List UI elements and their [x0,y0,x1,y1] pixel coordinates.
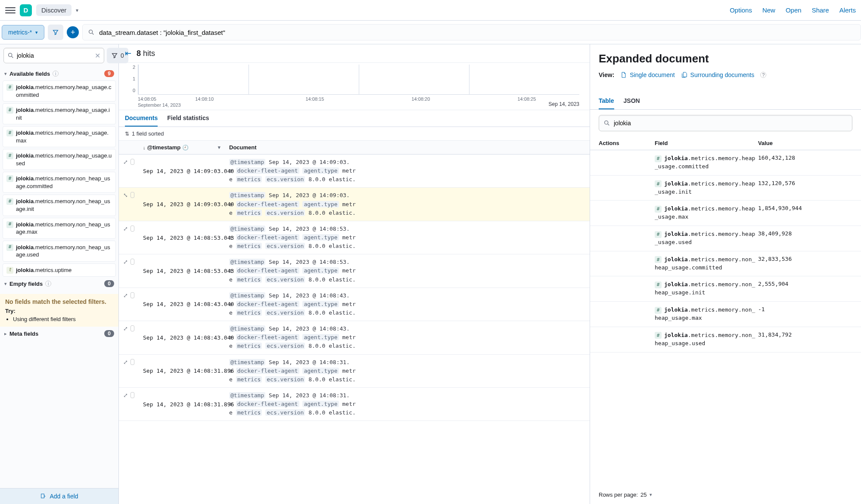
top-link-open[interactable]: Open [786,6,802,14]
table-row[interactable]: ⤢Sep 14, 2023 @ 14:08:53.043@timestamp S… [119,221,590,254]
search-icon [7,52,14,59]
field-name-label: jolokia.metrics.memory.heap_usage.commit… [16,83,112,99]
flyout-field-row[interactable]: #jolokia.metrics.memory.heap_usage.commi… [590,150,861,176]
top-link-new[interactable]: New [762,6,775,14]
available-fields-header[interactable]: ▾ Available fields i 9 [0,67,118,80]
hits-count: 8 [137,49,141,58]
rows-per-page-selector[interactable]: Rows per page: 25 ▾ [590,485,861,504]
cell-field: #jolokia.metrics.memory.heap_usage.used [655,230,758,247]
column-field: Field [655,140,758,146]
number-field-icon: # [6,244,13,251]
field-search-input[interactable] [17,52,92,59]
chart-date-range-label: Sep 14, 2023 [549,101,579,107]
row-checkbox[interactable] [131,159,134,165]
add-field-button[interactable]: Add a field [0,488,118,504]
row-checkbox[interactable] [131,226,134,232]
x-tick: 14:08:05 [138,96,156,102]
cell-value: 2,555,904 [758,281,852,287]
field-item[interactable]: #jolokia.metrics.memory.non_heap_usage.i… [3,195,116,216]
add-filter-button[interactable]: + [67,26,79,38]
field-item[interactable]: #jolokia.metrics.memory.heap_usage.max [3,126,116,147]
field-item[interactable]: #jolokia.metrics.memory.heap_usage.used [3,149,116,170]
hamburger-menu-icon[interactable] [5,5,16,15]
clear-search-icon[interactable]: ✕ [95,52,100,60]
collapse-sidebar-icon[interactable]: ⇤ [125,49,131,58]
table-row[interactable]: ⤢Sep 14, 2023 @ 14:08:31.896@timestamp S… [119,355,590,388]
expand-row-icon[interactable]: ⤢ [123,159,128,165]
column-timestamp[interactable]: ↓ @timestamp 🕘 ▾ [139,141,225,154]
row-checkbox[interactable] [131,192,134,198]
flyout-field-row[interactable]: #jolokia.metrics.memory.heap_usage.max1,… [590,201,861,226]
tab-field-statistics[interactable]: Field statistics [167,110,209,127]
table-row[interactable]: ⤢Sep 14, 2023 @ 14:08:43.040@timestamp S… [119,321,590,354]
row-checkbox[interactable] [131,359,134,365]
info-icon[interactable]: i [53,71,59,77]
expand-row-icon[interactable]: ⤢ [123,292,128,299]
table-row[interactable]: ⤢Sep 14, 2023 @ 14:08:43.040@timestamp S… [119,288,590,321]
cell-value: 31,834,792 [758,331,852,338]
histogram-chart[interactable]: 2 1 0 14:08:05 September 14, 2023 14:08:… [119,63,590,110]
info-icon[interactable]: i [45,281,51,287]
row-checkbox[interactable] [131,325,134,331]
row-checkbox[interactable] [131,392,134,398]
expand-row-icon[interactable]: ⤢ [123,226,128,232]
top-link-options[interactable]: Options [730,6,752,14]
flyout-field-row[interactable]: #jolokia.metrics.memory.non_heap_usage.u… [590,327,861,352]
expand-row-icon[interactable]: ⤢ [123,325,128,332]
query-input[interactable] [99,29,855,36]
table-row[interactable]: ⤢Sep 14, 2023 @ 14:08:53.043@timestamp S… [119,254,590,288]
filter-button[interactable] [48,25,63,40]
field-search-box[interactable]: ✕ [3,48,104,63]
flyout-field-row[interactable]: #jolokia.metrics.memory.non_heap_usage.m… [590,302,861,327]
info-icon[interactable]: ? [760,72,766,78]
number-field-icon: # [6,152,13,159]
index-pattern-selector[interactable]: metrics-* ▾ [2,25,44,40]
cell-document: @timestamp Sep 14, 2023 @ 14:09:03.e doc… [225,188,590,220]
flyout-field-row[interactable]: #jolokia.metrics.memory.heap_usage.used3… [590,226,861,251]
column-timestamp-label: @timestamp [147,144,181,151]
field-item[interactable]: tjolokia.metrics.uptime [3,263,116,277]
expand-row-icon[interactable]: ⤡ [123,192,128,198]
top-link-alerts[interactable]: Alerts [839,6,856,14]
flyout-view-row: View: Single document Surrounding docume… [599,71,852,78]
number-field-icon: # [655,281,662,288]
query-input-container[interactable] [82,24,861,40]
expand-row-icon[interactable]: ⤢ [123,392,128,399]
field-item[interactable]: #jolokia.metrics.memory.heap_usage.init [3,103,116,124]
row-checkbox[interactable] [131,259,134,265]
empty-fields-count: 0 [104,280,114,287]
flyout-search-box[interactable] [599,115,852,131]
expand-row-icon[interactable]: ⤢ [123,359,128,365]
row-checkbox[interactable] [131,292,134,298]
flyout-search-input[interactable] [614,120,848,127]
table-row[interactable]: ⤢Sep 14, 2023 @ 14:09:03.040@timestamp S… [119,155,590,188]
empty-fields-header[interactable]: ▾ Empty fields i 0 [0,277,118,291]
tab-table[interactable]: Table [599,93,614,109]
flyout-field-row[interactable]: #jolokia.metrics.memory.non_heap_usage.c… [590,251,861,277]
table-row[interactable]: ⤡Sep 14, 2023 @ 14:09:03.040@timestamp S… [119,188,590,221]
sort-summary[interactable]: ⇅ 1 field sorted [119,127,590,141]
top-link-share[interactable]: Share [812,6,829,14]
column-value: Value [758,140,852,146]
single-document-link[interactable]: Single document [620,71,675,78]
chevron-down-icon[interactable]: ▾ [218,145,221,150]
field-item[interactable]: #jolokia.metrics.memory.non_heap_usage.u… [3,241,116,262]
column-document[interactable]: Document [225,141,590,154]
field-item[interactable]: #jolokia.metrics.memory.non_heap_usage.m… [3,218,116,239]
app-name-label: Discover [41,6,66,14]
tab-documents[interactable]: Documents [125,110,158,127]
field-name-label: jolokia.metrics.memory.heap_usage.max [16,129,112,144]
flyout-field-row[interactable]: #jolokia.metrics.memory.heap_usage.init1… [590,176,861,201]
table-row[interactable]: ⤢Sep 14, 2023 @ 14:08:31.896@timestamp S… [119,388,590,421]
chevron-down-icon[interactable]: ▾ [76,7,78,13]
field-item[interactable]: #jolokia.metrics.memory.heap_usage.commi… [3,80,116,102]
tab-json[interactable]: JSON [624,93,640,109]
flyout-field-row[interactable]: #jolokia.metrics.memory.non_heap_usage.i… [590,276,861,302]
meta-fields-header[interactable]: ▸ Meta fields 0 [0,327,118,340]
cell-document: @timestamp Sep 14, 2023 @ 14:08:53.e doc… [225,254,590,287]
field-item[interactable]: #jolokia.metrics.memory.non_heap_usage.c… [3,172,116,193]
filter-icon [52,29,59,36]
app-switcher-button[interactable]: Discover [36,4,71,16]
surrounding-documents-link[interactable]: Surrounding documents [681,71,755,78]
expand-row-icon[interactable]: ⤢ [123,259,128,265]
